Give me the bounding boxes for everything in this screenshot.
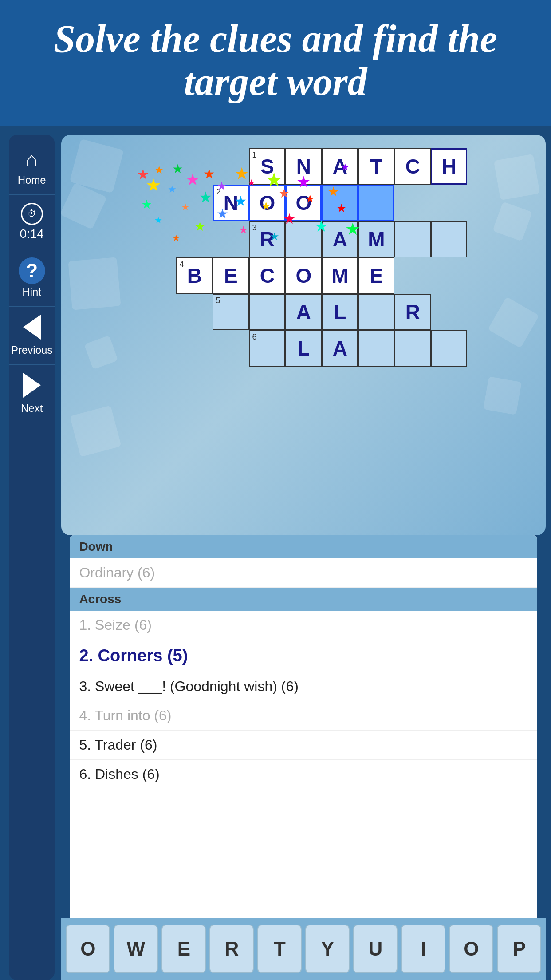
across-clue-1[interactable]: 1. Seize (6) <box>70 611 537 640</box>
header-title: Solve the clues and find the target word <box>27 18 524 104</box>
sidebar-item-home[interactable]: ⌂ Home <box>9 139 55 195</box>
cell-r5-c2 <box>176 294 213 330</box>
down-clue-1[interactable]: Ordinary (6) <box>70 558 537 588</box>
grid-row-3: 3R A M <box>140 221 467 257</box>
across-clue-6[interactable]: 6. Dishes (6) <box>70 760 537 789</box>
cell-r3-c6[interactable]: A <box>322 221 358 257</box>
cell-r5-c1 <box>140 294 176 330</box>
across-clue-4-text: 4. Turn into (6) <box>79 707 171 723</box>
key-u[interactable]: U <box>353 925 398 973</box>
cell-r2-c8 <box>394 185 431 221</box>
across-header: Across <box>70 588 537 611</box>
cell-r5-c4[interactable] <box>249 294 285 330</box>
cell-r2-c9 <box>431 185 467 221</box>
cell-r3-c1 <box>140 221 176 257</box>
crossword-grid: 1S N A T C H 2N O O <box>140 148 467 367</box>
crossword-panel: ★ ★ ★ ★ ★ ★ ★ ★ ★ ★ ★ ★ ★ ★ ★ ★ ★ ★ ★ ★ <box>61 135 546 535</box>
hint-button-icon: ? <box>19 257 45 284</box>
across-clue-6-text: 6. Dishes (6) <box>79 766 159 782</box>
cell-r2-c4[interactable]: O <box>249 185 285 221</box>
grid-row-2: 2N O O <box>140 185 467 221</box>
key-r[interactable]: R <box>209 925 254 973</box>
cell-r1-c2 <box>176 148 213 185</box>
cell-r3-c5[interactable] <box>285 221 322 257</box>
timer-value: 0:14 <box>20 227 44 241</box>
cell-r6-c7[interactable] <box>358 330 394 367</box>
key-i[interactable]: I <box>401 925 445 973</box>
cell-r4-c7[interactable]: E <box>358 257 394 294</box>
cell-r5-c9 <box>431 294 467 330</box>
cell-r5-c6[interactable]: L <box>322 294 358 330</box>
bg-deco-3 <box>494 154 540 200</box>
grid-row-1: 1S N A T C H <box>140 148 467 185</box>
cell-r3-c2 <box>176 221 213 257</box>
cell-r5-c8[interactable]: R <box>394 294 431 330</box>
across-clue-1-text: 1. Seize (6) <box>79 617 152 633</box>
cell-r2-c3[interactable]: 2N <box>213 185 249 221</box>
bg-deco-8 <box>483 376 522 415</box>
cell-r3-c4[interactable]: 3R <box>249 221 285 257</box>
bg-deco-4 <box>493 202 533 241</box>
cell-r3-c8[interactable] <box>394 221 431 257</box>
down-header: Down <box>70 535 537 558</box>
key-t[interactable]: T <box>257 925 302 973</box>
cell-r1-c3 <box>213 148 249 185</box>
sidebar-item-next[interactable]: Next <box>9 365 55 423</box>
cell-r3-c3 <box>213 221 249 257</box>
across-clue-3-text: 3. Sweet ___! (Goodnight wish) (6) <box>79 678 298 694</box>
header: Solve the clues and find the target word <box>0 0 551 126</box>
cell-r1-c8[interactable]: C <box>394 148 431 185</box>
cell-r6-c6[interactable]: A <box>322 330 358 367</box>
cell-r2-c5[interactable]: O <box>285 185 322 221</box>
key-o2[interactable]: O <box>449 925 493 973</box>
cell-r6-c5[interactable]: L <box>285 330 322 367</box>
across-clue-2[interactable]: 2. Corners (5) <box>70 640 537 672</box>
cell-r5-c5[interactable]: A <box>285 294 322 330</box>
cell-r1-c9[interactable]: H <box>431 148 467 185</box>
cell-r1-c7[interactable]: T <box>358 148 394 185</box>
cell-r4-c6[interactable]: M <box>322 257 358 294</box>
cell-r6-c4[interactable]: 6 <box>249 330 285 367</box>
bg-deco-6 <box>488 296 539 348</box>
key-y[interactable]: Y <box>305 925 350 973</box>
cell-r4-c9 <box>431 257 467 294</box>
timer-icon: ⏱ <box>28 209 36 219</box>
cell-r3-c9[interactable] <box>431 221 467 257</box>
cell-r2-c6[interactable] <box>322 185 358 221</box>
grid-row-5: 5 A L R <box>140 294 467 330</box>
clues-panel: Down Ordinary (6) Across 1. Seize (6) 2.… <box>70 535 537 918</box>
sidebar-item-hint[interactable]: ? Hint <box>9 249 55 307</box>
cell-r3-c7[interactable]: M <box>358 221 394 257</box>
keyboard: O W E R T Y U I O P <box>61 918 546 980</box>
cell-r1-c5[interactable]: N <box>285 148 322 185</box>
cell-r1-c4[interactable]: 1S <box>249 148 285 185</box>
cell-r6-c9[interactable] <box>431 330 467 367</box>
cell-r1-c6[interactable]: A <box>322 148 358 185</box>
cell-r6-c2 <box>176 330 213 367</box>
cell-r6-c8[interactable] <box>394 330 431 367</box>
cell-r2-c7[interactable] <box>358 185 394 221</box>
across-clue-5[interactable]: 5. Trader (6) <box>70 731 537 760</box>
cell-r4-c3[interactable]: E <box>213 257 249 294</box>
previous-icon <box>23 315 41 340</box>
cell-r4-c5[interactable]: O <box>285 257 322 294</box>
down-clue-1-text: Ordinary (6) <box>79 565 155 581</box>
across-clue-3[interactable]: 3. Sweet ___! (Goodnight wish) (6) <box>70 672 537 701</box>
across-clue-4[interactable]: 4. Turn into (6) <box>70 701 537 731</box>
key-e[interactable]: E <box>161 925 206 973</box>
cell-r5-c3[interactable]: 5 <box>213 294 249 330</box>
key-w[interactable]: W <box>114 925 158 973</box>
grid-row-4: 4B E C O M E <box>140 257 467 294</box>
home-icon: ⌂ <box>26 147 38 171</box>
cell-r4-c8 <box>394 257 431 294</box>
cell-r4-c4[interactable]: C <box>249 257 285 294</box>
next-label: Next <box>21 402 43 415</box>
cell-r4-c2[interactable]: 4B <box>176 257 213 294</box>
cell-r4-c1 <box>140 257 176 294</box>
key-o[interactable]: O <box>66 925 110 973</box>
cell-r5-c7[interactable] <box>358 294 394 330</box>
key-p[interactable]: P <box>497 925 541 973</box>
bg-deco-5 <box>68 257 121 310</box>
cell-r6-c3 <box>213 330 249 367</box>
sidebar-item-previous[interactable]: Previous <box>9 307 55 365</box>
